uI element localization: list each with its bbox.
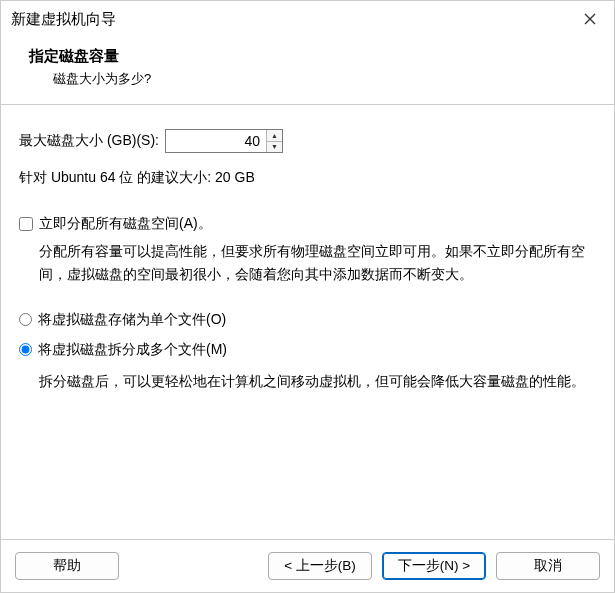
spinner-up-icon[interactable]: ▲ <box>267 130 282 142</box>
footer: 帮助 < 上一步(B) 下一步(N) > 取消 <box>1 539 614 592</box>
body: 最大磁盘大小 (GB)(S): ▲ ▼ 针对 Ubuntu 64 位 的建议大小… <box>1 105 614 539</box>
allocate-desc: 分配所有容量可以提高性能，但要求所有物理磁盘空间立即可用。如果不立即分配所有空间… <box>39 241 596 287</box>
cancel-button[interactable]: 取消 <box>496 552 600 580</box>
wizard-window: 新建虚拟机向导 指定磁盘容量 磁盘大小为多少? 最大磁盘大小 (GB)(S): … <box>0 0 615 593</box>
split-radio-group: 将虚拟磁盘存储为单个文件(O) 将虚拟磁盘拆分成多个文件(M) 拆分磁盘后，可以… <box>19 311 596 394</box>
disk-size-row: 最大磁盘大小 (GB)(S): ▲ ▼ <box>19 129 596 153</box>
window-title: 新建虚拟机向导 <box>11 10 116 29</box>
split-multi-label[interactable]: 将虚拟磁盘拆分成多个文件(M) <box>38 341 227 359</box>
split-multi-row: 将虚拟磁盘拆分成多个文件(M) <box>19 341 596 359</box>
split-multi-radio[interactable] <box>19 343 32 356</box>
titlebar: 新建虚拟机向导 <box>1 1 614 37</box>
allocate-row: 立即分配所有磁盘空间(A)。 <box>19 215 596 233</box>
spinner-down-icon[interactable]: ▼ <box>267 142 282 153</box>
header-panel: 指定磁盘容量 磁盘大小为多少? <box>1 37 614 105</box>
allocate-label[interactable]: 立即分配所有磁盘空间(A)。 <box>39 215 212 233</box>
recommended-size: 针对 Ubuntu 64 位 的建议大小: 20 GB <box>19 169 596 187</box>
allocate-checkbox[interactable] <box>19 217 33 231</box>
spinner-buttons: ▲ ▼ <box>266 130 282 152</box>
disk-size-input[interactable] <box>166 130 266 152</box>
split-single-row: 将虚拟磁盘存储为单个文件(O) <box>19 311 596 329</box>
disk-size-spinner: ▲ ▼ <box>165 129 283 153</box>
split-desc: 拆分磁盘后，可以更轻松地在计算机之间移动虚拟机，但可能会降低大容量磁盘的性能。 <box>39 371 596 394</box>
close-icon[interactable] <box>576 7 604 31</box>
split-single-radio[interactable] <box>19 313 32 326</box>
disk-size-label: 最大磁盘大小 (GB)(S): <box>19 132 159 150</box>
page-subtitle: 磁盘大小为多少? <box>53 70 594 88</box>
next-button[interactable]: 下一步(N) > <box>382 552 486 580</box>
split-single-label[interactable]: 将虚拟磁盘存储为单个文件(O) <box>38 311 226 329</box>
page-title: 指定磁盘容量 <box>29 47 594 66</box>
help-button[interactable]: 帮助 <box>15 552 119 580</box>
back-button[interactable]: < 上一步(B) <box>268 552 372 580</box>
